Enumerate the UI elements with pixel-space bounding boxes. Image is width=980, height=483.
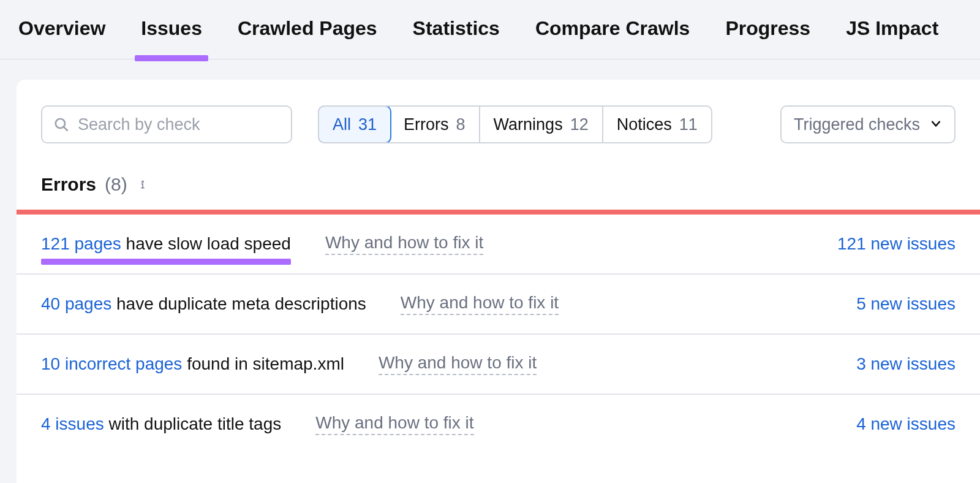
issue-description: 10 incorrect pages found in sitemap.xml [41, 354, 344, 374]
fix-link[interactable]: Why and how to fix it [315, 413, 473, 435]
issue-pages-link[interactable]: 4 issues [41, 414, 104, 433]
issue-description: 121 pages have slow load speed [41, 234, 291, 254]
search-input[interactable] [78, 115, 285, 134]
chevron-down-icon [930, 115, 942, 134]
filter-all[interactable]: All 31 [318, 105, 391, 143]
filter-errors-count: 8 [456, 115, 466, 134]
issue-row: 40 pages have duplicate meta description… [17, 275, 980, 335]
issue-text-tail: have slow load speed [121, 234, 291, 253]
fix-link[interactable]: Why and how to fix it [401, 293, 559, 315]
issue-row: 121 pages have slow load speed Why and h… [17, 215, 980, 275]
triggered-checks-dropdown[interactable]: Triggered checks [780, 105, 956, 143]
triggered-checks-label: Triggered checks [794, 115, 920, 134]
new-issues-link[interactable]: 4 new issues [856, 414, 956, 434]
nav-compare-crawls[interactable]: Compare Crawls [535, 17, 690, 59]
section-count: (8) [105, 174, 127, 195]
search-box[interactable] [41, 105, 292, 143]
filter-warnings-count: 12 [570, 115, 589, 134]
issue-text-tail: with duplicate title tags [104, 414, 282, 433]
svg-point-2 [142, 181, 143, 182]
nav-issues[interactable]: Issues [141, 17, 202, 59]
issue-description: 40 pages have duplicate meta description… [41, 294, 366, 314]
fix-link[interactable]: Why and how to fix it [325, 233, 483, 255]
issue-text-tail: found in sitemap.xml [182, 354, 344, 373]
errors-divider [17, 210, 980, 215]
top-nav: Overview Issues Crawled Pages Statistics… [0, 0, 980, 59]
filter-warnings-label: Warnings [494, 115, 563, 134]
issue-description: 4 issues with duplicate title tags [41, 414, 281, 434]
filter-notices-label: Notices [617, 115, 672, 134]
filter-errors[interactable]: Errors 8 [390, 107, 480, 142]
nav-statistics[interactable]: Statistics [413, 17, 500, 59]
filter-all-count: 31 [358, 115, 377, 134]
issue-pages-link[interactable]: 121 pages [41, 234, 121, 253]
issue-text-tail: have duplicate meta descriptions [111, 294, 366, 313]
fix-link[interactable]: Why and how to fix it [379, 353, 537, 375]
info-icon[interactable] [136, 178, 149, 191]
svg-line-1 [64, 127, 67, 131]
new-issues-link[interactable]: 3 new issues [856, 354, 956, 374]
issue-pages-link[interactable]: 40 pages [41, 294, 111, 313]
filter-notices[interactable]: Notices 11 [603, 107, 711, 142]
nav-progress[interactable]: Progress [725, 17, 810, 59]
issues-panel: All 31 Errors 8 Warnings 12 Notices 11 T… [17, 80, 980, 483]
filter-group: All 31 Errors 8 Warnings 12 Notices 11 [318, 105, 712, 143]
search-icon [53, 116, 69, 132]
controls-row: All 31 Errors 8 Warnings 12 Notices 11 T… [17, 105, 980, 143]
section-head: Errors (8) [17, 143, 980, 210]
nav-crawled-pages[interactable]: Crawled Pages [238, 17, 377, 59]
issue-row: 10 incorrect pages found in sitemap.xml … [17, 335, 980, 395]
issue-pages-link[interactable]: 10 incorrect pages [41, 354, 182, 373]
section-title: Errors [41, 174, 96, 195]
filter-all-label: All [333, 115, 351, 134]
nav-overview[interactable]: Overview [18, 17, 105, 59]
filter-errors-label: Errors [404, 115, 449, 134]
filter-notices-count: 11 [679, 115, 698, 134]
issues-list: 121 pages have slow load speed Why and h… [17, 215, 980, 454]
new-issues-link[interactable]: 5 new issues [856, 294, 956, 314]
issue-row: 4 issues with duplicate title tags Why a… [17, 395, 980, 454]
nav-js-impact[interactable]: JS Impact [846, 17, 938, 59]
new-issues-link[interactable]: 121 new issues [837, 234, 956, 254]
filter-warnings[interactable]: Warnings 12 [480, 107, 603, 142]
